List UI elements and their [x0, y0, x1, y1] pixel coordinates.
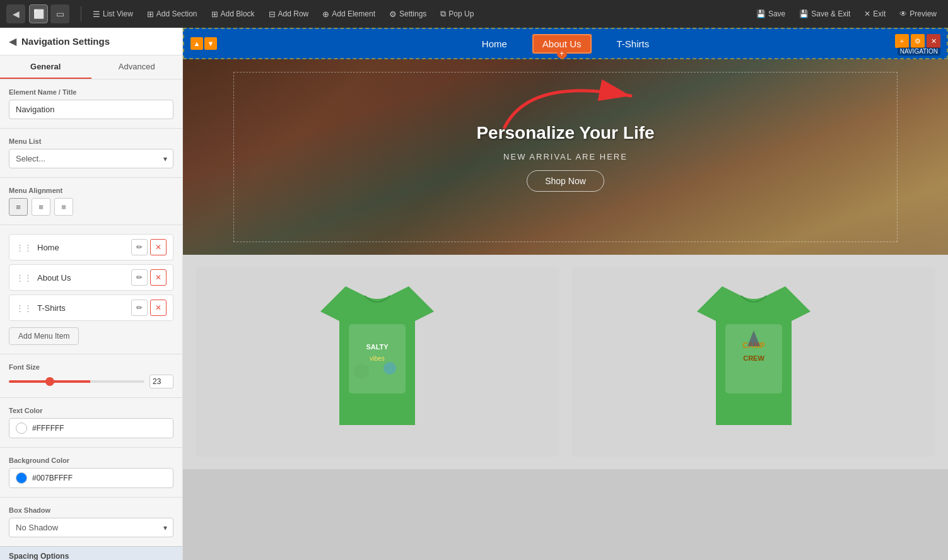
add-row-button[interactable]: ⊟ Add Row — [264, 7, 314, 21]
sidebar-title: Navigation Settings — [21, 36, 110, 47]
nav-position-arrows: ▲ ▼ — [190, 37, 217, 50]
nav-settings-button[interactable]: ⚙ — [911, 34, 925, 48]
nav-add-button[interactable]: + — [895, 34, 909, 48]
drag-handle-about-us[interactable]: ⋮⋮ — [16, 273, 32, 283]
menu-item-label-tshirts: T-Shirts — [37, 303, 131, 313]
add-menu-item-button[interactable]: Add Menu Item — [9, 327, 79, 345]
text-color-section: Text Color #FFFFFF — [0, 398, 182, 447]
menu-list-label: Menu List — [9, 137, 173, 145]
popup-icon: ⧉ — [440, 9, 446, 19]
edit-menu-item-tshirts[interactable]: ✏ — [131, 300, 148, 316]
align-left-button[interactable]: ≡ — [9, 198, 28, 216]
nav-item-home[interactable]: Home — [476, 35, 513, 53]
nav-action-buttons: + ⚙ ✕ — [895, 34, 940, 48]
alignment-buttons: ≡ ≡ ≡ — [9, 198, 173, 216]
nav-move-up[interactable]: ▲ — [190, 37, 203, 50]
hero-title: Personalize Your Life — [476, 123, 654, 143]
delete-menu-item-home[interactable]: ✕ — [150, 239, 167, 255]
tshirt-camp-svg: CAMP CREW — [684, 274, 823, 450]
exit-button[interactable]: ✕ Exit — [859, 7, 891, 21]
preview-button[interactable]: 👁 Preview — [894, 7, 942, 21]
element-name-input[interactable] — [9, 100, 173, 119]
sidebar-back-button[interactable]: ◀ — [9, 35, 16, 47]
element-name-section: Element Name / Title — [0, 79, 182, 128]
menu-item-label-home: Home — [37, 243, 131, 252]
product-card-1: SALTY vibes — [196, 267, 559, 457]
sidebar-header: ◀ Navigation Settings — [0, 28, 182, 55]
bg-color-section: Background Color #007BFFFF — [0, 448, 182, 497]
svg-text:SALTY: SALTY — [366, 343, 389, 351]
popup-button[interactable]: ⧉ Pop Up — [435, 6, 479, 21]
nav-label: NAVIGATION — [898, 47, 940, 55]
text-color-row[interactable]: #FFFFFF — [9, 418, 173, 438]
sidebar-tabs: General Advanced — [0, 55, 182, 79]
font-size-row — [9, 375, 173, 388]
bg-color-row[interactable]: #007BFFFF — [9, 468, 173, 488]
svg-text:CREW: CREW — [743, 354, 764, 362]
list-icon: ☰ — [93, 9, 100, 19]
main-layout: ◀ Navigation Settings General Advanced E… — [0, 28, 948, 560]
save-button[interactable]: 💾 Save — [751, 7, 790, 21]
nav-item-about-us[interactable]: About Us — [532, 34, 592, 54]
sidebar: ◀ Navigation Settings General Advanced E… — [0, 28, 183, 560]
box-shadow-label: Box Shadow — [9, 506, 173, 514]
svg-point-4 — [354, 364, 369, 379]
menu-alignment-label: Menu Alignment — [9, 187, 173, 194]
save-exit-button[interactable]: 💾 Save & Exit — [794, 7, 855, 21]
add-row-icon: ⊟ — [269, 9, 276, 19]
mobile-view-button[interactable]: ▭ — [50, 4, 69, 23]
products-section: SALTY vibes — [183, 255, 948, 469]
list-view-button[interactable]: ☰ List View — [88, 7, 138, 21]
delete-menu-item-about-us[interactable]: ✕ — [150, 269, 167, 286]
align-center-button[interactable]: ≡ — [32, 198, 50, 216]
font-size-input[interactable] — [149, 375, 173, 388]
bg-color-swatch — [16, 472, 27, 484]
back-button[interactable]: ◀ — [6, 4, 25, 23]
hero-subtitle: NEW ARRIVAL ARE HERE — [503, 152, 628, 161]
add-section-button[interactable]: ⊞ Add Section — [142, 7, 202, 21]
add-section-icon: ⊞ — [147, 9, 154, 19]
hero-cta-button[interactable]: Shop Now — [527, 170, 604, 192]
menu-item-actions-tshirts: ✏ ✕ — [131, 300, 167, 316]
nav-item-tshirts[interactable]: T-Shirts — [611, 35, 656, 53]
text-color-value: #FFFFFF — [32, 424, 64, 433]
menu-list-section: Menu List Select... — [0, 129, 182, 177]
font-size-slider[interactable] — [9, 380, 144, 383]
drag-handle-tshirts[interactable]: ⋮⋮ — [16, 303, 32, 313]
settings-button[interactable]: ⚙ Settings — [384, 7, 431, 21]
save-icon: 💾 — [756, 9, 766, 18]
drag-handle-home[interactable]: ⋮⋮ — [16, 243, 32, 252]
menu-item-about-us: ⋮⋮ About Us ✏ ✕ — [9, 264, 173, 291]
spacing-options-divider: Spacing Options — [0, 546, 182, 560]
align-right-button[interactable]: ≡ — [54, 198, 73, 216]
menu-list-select[interactable]: Select... — [9, 149, 173, 168]
toolbar: ◀ ⬜ ▭ ☰ List View ⊞ Add Section ⊞ Add Bl… — [0, 0, 948, 28]
edit-menu-item-about-us[interactable]: ✏ — [131, 269, 148, 286]
add-element-button[interactable]: ⊕ Add Element — [317, 7, 380, 21]
menu-item-label-about-us: About Us — [37, 273, 131, 283]
box-shadow-section: Box Shadow No Shadow — [0, 498, 182, 546]
nav-items: Home About Us T-Shirts — [476, 34, 655, 54]
tshirt-salty-svg: SALTY vibes — [308, 274, 447, 450]
element-name-label: Element Name / Title — [9, 88, 173, 96]
product-image-2: CAMP CREW — [572, 267, 936, 457]
exit-icon: ✕ — [864, 9, 870, 18]
menu-item-home: ⋮⋮ Home ✏ ✕ — [9, 234, 173, 260]
font-size-section: Font Size — [0, 354, 182, 397]
menu-items-section: ⋮⋮ Home ✏ ✕ ⋮⋮ About Us ✏ ✕ ⋮⋮ T-Shirts — [0, 225, 182, 354]
text-color-label: Text Color — [9, 407, 173, 414]
bg-color-value: #007BFFFF — [32, 474, 73, 482]
tab-general[interactable]: General — [0, 55, 91, 79]
tab-advanced[interactable]: Advanced — [91, 55, 183, 79]
edit-menu-item-home[interactable]: ✏ — [131, 239, 148, 255]
box-shadow-select[interactable]: No Shadow — [9, 518, 173, 537]
nav-delete-button[interactable]: ✕ — [927, 34, 940, 48]
preview-icon: 👁 — [899, 9, 907, 18]
menu-item-actions-home: ✏ ✕ — [131, 239, 167, 255]
bg-color-label: Background Color — [9, 457, 173, 464]
desktop-view-button[interactable]: ⬜ — [29, 4, 48, 23]
delete-menu-item-tshirts[interactable]: ✕ — [150, 300, 167, 316]
menu-alignment-section: Menu Alignment ≡ ≡ ≡ — [0, 178, 182, 225]
nav-move-down[interactable]: ▼ — [204, 37, 217, 50]
add-block-button[interactable]: ⊞ Add Block — [206, 7, 260, 21]
